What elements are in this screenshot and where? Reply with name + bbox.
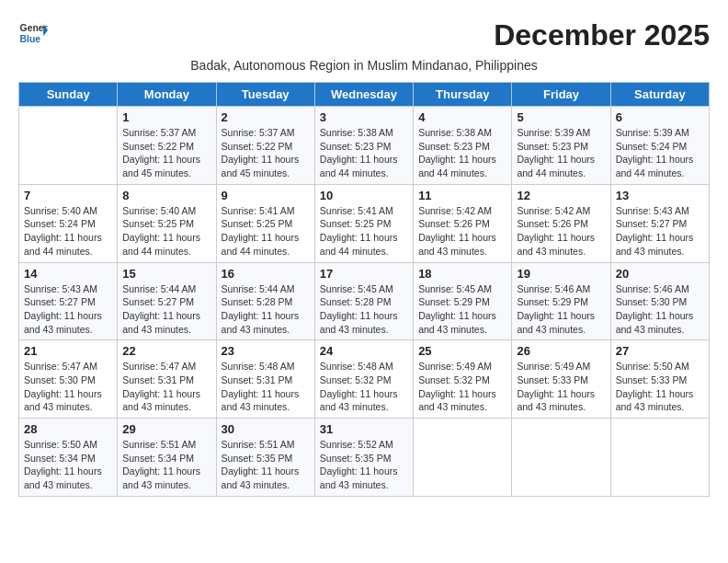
day-of-week-header: Thursday [414,83,512,107]
calendar-cell: 27Sunrise: 5:50 AM Sunset: 5:33 PM Dayli… [610,340,709,419]
calendar-cell: 11Sunrise: 5:42 AM Sunset: 5:26 PM Dayli… [414,184,512,262]
day-of-week-header: Friday [512,83,610,107]
calendar-cell: 22Sunrise: 5:47 AM Sunset: 5:31 PM Dayli… [118,340,216,419]
day-number: 24 [320,344,408,358]
calendar-cell: 13Sunrise: 5:43 AM Sunset: 5:27 PM Dayli… [610,184,709,262]
day-number: 1 [122,110,210,124]
day-number: 14 [24,267,112,281]
day-of-week-header: Sunday [19,83,118,107]
day-info: Sunrise: 5:39 AM Sunset: 5:24 PM Dayligh… [616,126,704,180]
calendar-cell: 17Sunrise: 5:45 AM Sunset: 5:28 PM Dayli… [314,262,413,340]
day-info: Sunrise: 5:49 AM Sunset: 5:32 PM Dayligh… [418,360,506,414]
day-number: 17 [320,267,408,281]
day-info: Sunrise: 5:37 AM Sunset: 5:22 PM Dayligh… [122,126,210,180]
logo: General Blue [18,18,51,48]
calendar-cell: 5Sunrise: 5:39 AM Sunset: 5:23 PM Daylig… [512,107,610,185]
day-info: Sunrise: 5:51 AM Sunset: 5:35 PM Dayligh… [222,438,310,492]
day-number: 27 [616,344,704,358]
subtitle: Badak, Autonomous Region in Muslim Minda… [18,58,710,73]
svg-text:Blue: Blue [20,34,41,44]
day-info: Sunrise: 5:39 AM Sunset: 5:23 PM Dayligh… [517,126,605,180]
page-header: General Blue December 2025 [18,18,710,52]
calendar-cell: 8Sunrise: 5:40 AM Sunset: 5:25 PM Daylig… [118,184,216,262]
calendar-cell: 31Sunrise: 5:52 AM Sunset: 5:35 PM Dayli… [314,419,413,497]
day-number: 2 [222,110,310,124]
calendar-week-row: 21Sunrise: 5:47 AM Sunset: 5:30 PM Dayli… [19,340,710,419]
day-number: 11 [418,189,506,202]
calendar-cell: 19Sunrise: 5:46 AM Sunset: 5:29 PM Dayli… [512,262,610,340]
calendar-cell: 10Sunrise: 5:41 AM Sunset: 5:25 PM Dayli… [314,184,413,262]
day-number: 12 [517,189,605,202]
day-of-week-header: Saturday [610,83,709,107]
day-info: Sunrise: 5:47 AM Sunset: 5:30 PM Dayligh… [24,360,112,414]
day-info: Sunrise: 5:37 AM Sunset: 5:22 PM Dayligh… [222,126,310,180]
day-info: Sunrise: 5:48 AM Sunset: 5:32 PM Dayligh… [320,360,408,414]
day-info: Sunrise: 5:41 AM Sunset: 5:25 PM Dayligh… [222,204,310,259]
day-info: Sunrise: 5:50 AM Sunset: 5:34 PM Dayligh… [24,438,112,492]
calendar-cell: 6Sunrise: 5:39 AM Sunset: 5:24 PM Daylig… [610,107,709,185]
day-number: 23 [222,344,310,358]
day-info: Sunrise: 5:42 AM Sunset: 5:26 PM Dayligh… [418,204,506,259]
day-number: 29 [122,422,210,436]
day-number: 9 [222,189,310,202]
calendar-week-row: 14Sunrise: 5:43 AM Sunset: 5:27 PM Dayli… [19,262,710,340]
day-info: Sunrise: 5:46 AM Sunset: 5:29 PM Dayligh… [517,282,605,337]
day-number: 20 [616,267,704,281]
calendar-cell: 7Sunrise: 5:40 AM Sunset: 5:24 PM Daylig… [19,184,118,262]
calendar-cell: 18Sunrise: 5:45 AM Sunset: 5:29 PM Dayli… [414,262,512,340]
day-number: 21 [24,344,112,358]
day-number: 30 [222,422,310,436]
day-number: 13 [616,189,704,202]
day-number: 4 [418,110,506,124]
calendar-week-row: 28Sunrise: 5:50 AM Sunset: 5:34 PM Dayli… [19,419,710,497]
day-info: Sunrise: 5:52 AM Sunset: 5:35 PM Dayligh… [320,438,408,492]
calendar-week-row: 1Sunrise: 5:37 AM Sunset: 5:22 PM Daylig… [19,107,710,185]
calendar-cell: 3Sunrise: 5:38 AM Sunset: 5:23 PM Daylig… [314,107,413,185]
day-info: Sunrise: 5:40 AM Sunset: 5:25 PM Dayligh… [122,204,210,259]
day-number: 25 [418,344,506,358]
calendar-body: 1Sunrise: 5:37 AM Sunset: 5:22 PM Daylig… [19,107,710,497]
day-number: 16 [222,267,310,281]
calendar-cell: 1Sunrise: 5:37 AM Sunset: 5:22 PM Daylig… [118,107,216,185]
day-info: Sunrise: 5:45 AM Sunset: 5:28 PM Dayligh… [320,282,408,337]
calendar-cell: 2Sunrise: 5:37 AM Sunset: 5:22 PM Daylig… [216,107,314,185]
calendar-table: SundayMondayTuesdayWednesdayThursdayFrid… [18,82,710,497]
calendar-cell: 21Sunrise: 5:47 AM Sunset: 5:30 PM Dayli… [19,340,118,419]
calendar-cell: 24Sunrise: 5:48 AM Sunset: 5:32 PM Dayli… [314,340,413,419]
day-number: 31 [320,422,408,436]
day-info: Sunrise: 5:46 AM Sunset: 5:30 PM Dayligh… [616,282,704,337]
calendar-cell: 20Sunrise: 5:46 AM Sunset: 5:30 PM Dayli… [610,262,709,340]
day-info: Sunrise: 5:50 AM Sunset: 5:33 PM Dayligh… [616,360,704,414]
day-of-week-header: Monday [118,83,216,107]
day-of-week-header: Tuesday [216,83,314,107]
day-number: 18 [418,267,506,281]
day-number: 19 [517,267,605,281]
day-number: 6 [616,110,704,124]
calendar-cell: 12Sunrise: 5:42 AM Sunset: 5:26 PM Dayli… [512,184,610,262]
day-number: 10 [320,189,408,202]
calendar-cell: 23Sunrise: 5:48 AM Sunset: 5:31 PM Dayli… [216,340,314,419]
calendar-week-row: 7Sunrise: 5:40 AM Sunset: 5:24 PM Daylig… [19,184,710,262]
day-info: Sunrise: 5:43 AM Sunset: 5:27 PM Dayligh… [24,282,112,337]
day-info: Sunrise: 5:42 AM Sunset: 5:26 PM Dayligh… [517,204,605,259]
logo-icon: General Blue [18,18,48,48]
day-info: Sunrise: 5:43 AM Sunset: 5:27 PM Dayligh… [616,204,704,259]
day-info: Sunrise: 5:38 AM Sunset: 5:23 PM Dayligh… [418,126,506,180]
calendar-cell: 14Sunrise: 5:43 AM Sunset: 5:27 PM Dayli… [19,262,118,340]
day-number: 28 [24,422,112,436]
day-info: Sunrise: 5:40 AM Sunset: 5:24 PM Dayligh… [24,204,112,259]
day-info: Sunrise: 5:45 AM Sunset: 5:29 PM Dayligh… [418,282,506,337]
calendar-cell: 4Sunrise: 5:38 AM Sunset: 5:23 PM Daylig… [414,107,512,185]
calendar-cell [414,419,512,497]
calendar-cell: 30Sunrise: 5:51 AM Sunset: 5:35 PM Dayli… [216,419,314,497]
calendar-cell [512,419,610,497]
day-info: Sunrise: 5:51 AM Sunset: 5:34 PM Dayligh… [122,438,210,492]
day-number: 8 [122,189,210,202]
day-number: 26 [517,344,605,358]
day-of-week-header: Wednesday [314,83,413,107]
month-title: December 2025 [494,18,710,52]
day-info: Sunrise: 5:44 AM Sunset: 5:27 PM Dayligh… [122,282,210,337]
day-number: 3 [320,110,408,124]
calendar-cell [19,107,118,185]
day-info: Sunrise: 5:48 AM Sunset: 5:31 PM Dayligh… [222,360,310,414]
